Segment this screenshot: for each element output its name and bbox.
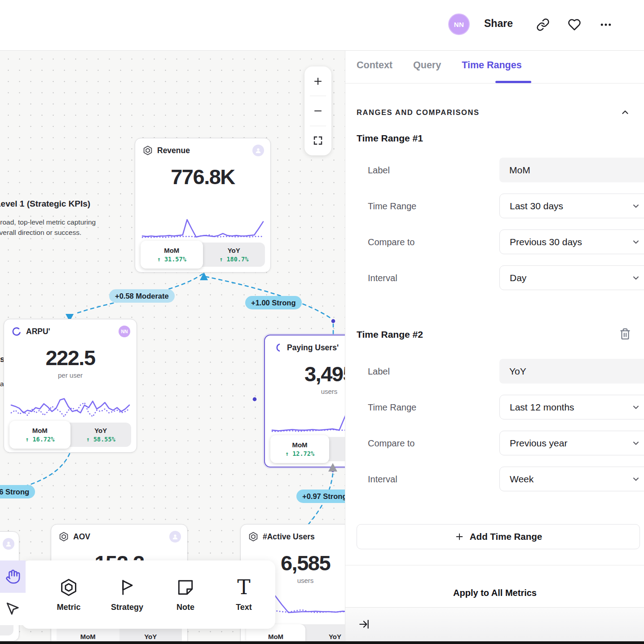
- loading-arc-icon: [11, 326, 22, 337]
- time-range-segments: MoM ↑ 12.72%: [270, 437, 345, 461]
- delete-time-range-button[interactable]: [619, 327, 631, 340]
- segment-yoy[interactable]: YoY ↑ 58.55%: [71, 423, 132, 447]
- collapse-panel-button[interactable]: [358, 618, 370, 630]
- label-input[interactable]: [499, 158, 644, 182]
- assignee-avatar-placeholder[interactable]: [3, 538, 14, 550]
- correlation-badge[interactable]: +0.58 Moderate: [109, 289, 175, 303]
- segment-yoy[interactable]: YoY ↑ 180.7%: [203, 243, 265, 267]
- time-range-2-title: Time Range #2: [357, 329, 423, 340]
- assignee-avatar-nn[interactable]: NN: [119, 326, 130, 337]
- segment-hidden[interactable]: [329, 437, 345, 461]
- canvas-toolbar: Metric Strategy Note T Text: [22, 560, 275, 629]
- tool-note[interactable]: Note: [156, 578, 215, 612]
- metric-hexagon-icon: [248, 531, 259, 542]
- metric-card-title: #Active Users: [263, 532, 315, 542]
- zoom-out-button[interactable]: [304, 96, 331, 125]
- tool-strategy[interactable]: Strategy: [98, 578, 156, 612]
- fit-view-button[interactable]: [304, 126, 331, 155]
- divider: [345, 565, 644, 565]
- hand-tool-button[interactable]: [0, 560, 26, 593]
- collapse-section-button[interactable]: [620, 107, 630, 117]
- chevron-down-icon: [631, 238, 640, 247]
- trash-icon: [619, 327, 631, 340]
- tab-time-ranges[interactable]: Time Ranges: [462, 60, 521, 71]
- copy-link-button[interactable]: [536, 18, 550, 31]
- connector-handle-dot: [331, 319, 335, 323]
- heart-icon: [568, 18, 581, 31]
- group-label-description: Broad, top-level metric capturing overal…: [0, 217, 110, 238]
- metric-card-revenue[interactable]: Revenue 776.8K MoM ↑ 31.57% YoY ↑ 180.7%: [135, 138, 271, 273]
- metric-card-title: Revenue: [157, 146, 190, 155]
- metric-sparkline: [11, 386, 129, 424]
- tab-context[interactable]: Context: [357, 60, 393, 71]
- more-options-button[interactable]: [599, 18, 613, 31]
- chevron-up-icon: [620, 107, 630, 117]
- metric-hexagon-icon: [58, 531, 69, 542]
- compare-to-select[interactable]: Previous year: [499, 431, 644, 455]
- add-time-range-button[interactable]: Add Time Range: [357, 524, 640, 549]
- field-row-compare-to: Compare to Previous 30 days: [357, 229, 640, 255]
- assignee-avatar-placeholder[interactable]: [169, 531, 181, 543]
- metric-tree-canvas[interactable]: Level 1 (Strategic KPIs) Broad, top-leve…: [0, 51, 345, 644]
- section-header: RANGES AND COMPARISONS: [357, 108, 480, 117]
- tool-text[interactable]: T Text: [215, 578, 273, 612]
- compare-to-select[interactable]: Previous 30 days: [499, 229, 644, 254]
- time-range-select[interactable]: Last 30 days: [499, 194, 644, 218]
- time-range-select[interactable]: Last 12 months: [499, 395, 644, 419]
- time-range-1-title: Time Range #1: [357, 133, 423, 144]
- apply-to-all-metrics-button[interactable]: Apply to All Metrics: [345, 588, 644, 598]
- share-button[interactable]: Share: [484, 18, 513, 30]
- chevron-down-icon: [631, 475, 640, 484]
- field-row-interval: Interval Week: [357, 467, 640, 492]
- settings-panel: Context Query Time Ranges RANGES AND COM…: [345, 51, 644, 644]
- text-tool-icon: T: [237, 578, 250, 597]
- label-input[interactable]: [499, 359, 644, 384]
- segment-mom[interactable]: MoM ↑ 16.72%: [9, 421, 71, 449]
- correlation-badge[interactable]: 66 Strong: [0, 485, 35, 498]
- metric-value: 3,495: [265, 362, 345, 386]
- metric-card-title: Paying Users': [287, 343, 339, 353]
- link-icon: [536, 18, 550, 31]
- segment-mom[interactable]: MoM ↑ 31.57%: [141, 241, 203, 269]
- metric-card-paying-users[interactable]: Paying Users' 3,495 users MoM ↑ 12.72%: [264, 335, 345, 468]
- arrow-to-bar-icon: [358, 618, 370, 630]
- user-avatar[interactable]: NN: [448, 13, 470, 35]
- segment-mom[interactable]: MoM ↑ 12.72%: [270, 435, 329, 463]
- plus-icon: [454, 532, 464, 542]
- chevron-down-icon: [631, 273, 640, 282]
- metric-hexagon-icon: [142, 145, 153, 156]
- assignee-avatar-placeholder[interactable]: [252, 145, 264, 156]
- note-icon: [176, 578, 195, 597]
- metric-sparkline: [272, 402, 345, 439]
- favorite-button[interactable]: [568, 18, 581, 31]
- metric-card-arpu[interactable]: ARPU' NN 222.5 per user MoM ↑ 16.72% YoY…: [4, 319, 137, 453]
- top-header: NN Share: [0, 0, 644, 51]
- correlation-badge[interactable]: +0.97 Strong: [296, 490, 345, 503]
- screen-bottom-bar: [0, 641, 644, 644]
- field-row-time-range: Time Range Last 12 months: [357, 395, 640, 420]
- metric-value: 222.5: [4, 345, 137, 370]
- interval-select[interactable]: Week: [499, 467, 644, 491]
- tab-query[interactable]: Query: [413, 60, 441, 71]
- metric-unit: per user: [4, 371, 137, 379]
- field-row-label: Label: [357, 158, 640, 183]
- cursor-icon: [5, 601, 21, 617]
- field-row-interval: Interval Day: [357, 265, 640, 291]
- correlation-badge[interactable]: +1.00 Strong: [245, 296, 302, 309]
- panel-footer-strip: [345, 607, 644, 642]
- chevron-down-icon: [631, 202, 640, 211]
- group-label-level1: Level 1 (Strategic KPIs) Broad, top-leve…: [0, 199, 110, 238]
- interval-select[interactable]: Day: [499, 265, 644, 290]
- time-range-segments: MoM ↑ 31.57% YoY ↑ 180.7%: [141, 243, 265, 267]
- select-tool-button[interactable]: [0, 593, 26, 625]
- zoom-in-button[interactable]: [304, 66, 331, 96]
- loading-arc-icon: [272, 342, 283, 353]
- chevron-down-icon: [631, 403, 640, 412]
- metric-card-title: ARPU': [26, 327, 50, 336]
- flag-icon: [117, 578, 137, 597]
- canvas-zoom-control: [304, 66, 331, 155]
- tool-metric[interactable]: Metric: [40, 578, 98, 612]
- metric-value: 776.8K: [135, 164, 270, 189]
- metric-hexagon-icon: [59, 578, 79, 597]
- group-label-title: Level 1 (Strategic KPIs): [0, 199, 110, 209]
